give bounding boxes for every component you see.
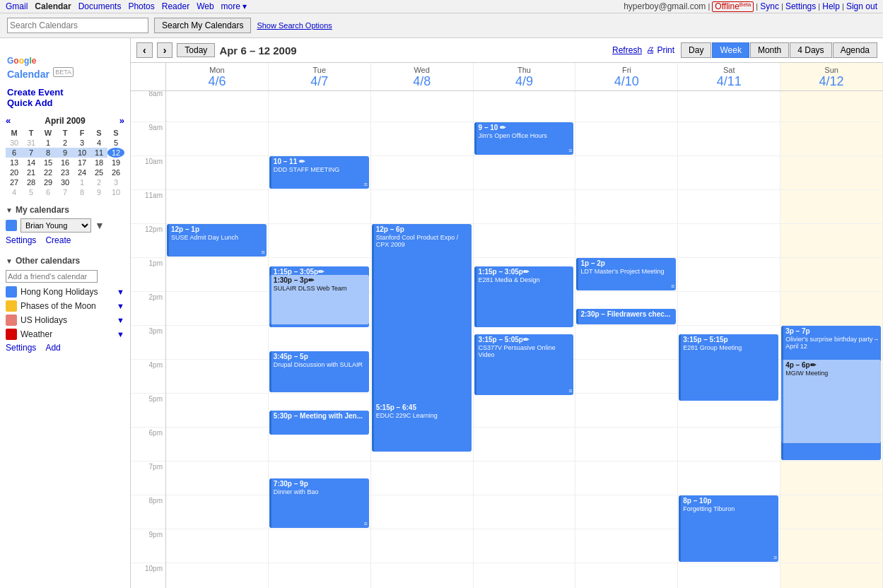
calendar-event[interactable]: 8p – 10pForgetting Tiburon≡ (679, 495, 778, 562)
hour-cell[interactable] (678, 428, 780, 461)
event-expand-icon[interactable]: ≡ (363, 181, 367, 188)
hour-cell[interactable] (474, 88, 575, 122)
my-calendars-header[interactable]: ▼ My calendars (6, 203, 124, 217)
mini-cal-day[interactable]: 3 (107, 177, 124, 187)
event-expand-icon[interactable]: ≡ (262, 249, 265, 256)
hour-cell[interactable] (575, 495, 677, 529)
calendar-event[interactable]: 3:15p – 5:15pE281 Group Meeting (679, 334, 778, 401)
search-input[interactable] (7, 18, 148, 33)
hour-cell[interactable] (780, 495, 882, 529)
mini-cal-day[interactable]: 27 (6, 177, 23, 187)
calendar-event[interactable]: 1:15p – 3:05p✏E281 Media & Design (474, 266, 574, 327)
event-expand-icon[interactable]: ≡ (568, 387, 572, 394)
mini-cal-day[interactable]: 11 (90, 148, 107, 158)
hour-cell[interactable] (474, 394, 575, 428)
refresh-link[interactable]: Refresh (612, 45, 642, 55)
calendar-event[interactable]: 7:30p – 9pDinner with Bao≡ (269, 478, 369, 528)
hour-cell[interactable] (575, 461, 677, 495)
create-event-link[interactable]: Create Event (7, 87, 63, 98)
add-friend-input[interactable] (6, 270, 98, 283)
hour-cell[interactable] (166, 360, 268, 394)
hour-cell[interactable] (678, 156, 780, 190)
calendar-event[interactable]: 5:15p – 6:45EDUC 229C Learning (372, 402, 472, 452)
mini-cal-day[interactable]: 4 (6, 187, 23, 197)
nav-documents[interactable]: Documents (78, 1, 122, 11)
mini-cal-day[interactable]: 1 (74, 177, 90, 187)
sync-link[interactable]: Sync (760, 1, 779, 11)
hour-cell[interactable] (678, 88, 780, 122)
hour-cell[interactable] (166, 563, 268, 588)
hour-cell[interactable] (474, 461, 575, 495)
cal-dropdown-icon[interactable]: ▼ (95, 220, 105, 231)
hour-cell[interactable] (269, 190, 370, 224)
day-header-wed[interactable]: Wed 4/8 (371, 63, 474, 90)
hour-cell[interactable] (166, 88, 268, 122)
hour-cell[interactable] (575, 88, 677, 122)
hour-cell[interactable] (474, 495, 575, 529)
hour-cell[interactable] (575, 529, 677, 563)
mini-cal-day[interactable]: 23 (57, 167, 74, 177)
calendar-event[interactable]: 12p – 6pStanford Cool Product Expo / CPX… (372, 224, 472, 426)
event-expand-icon[interactable]: ≡ (363, 520, 367, 527)
calendar-event[interactable]: 3:15p – 5:05p✏CS377V Persuasive Online V… (474, 334, 574, 395)
hour-cell[interactable] (780, 224, 882, 258)
mini-cal-day[interactable]: 25 (90, 167, 107, 177)
calendar-event[interactable]: 3:45p – 5pDrupal Discussion with SULAIR (269, 351, 369, 392)
mini-cal-day[interactable]: 4 (90, 138, 107, 148)
mini-cal-day[interactable]: 30 (6, 138, 23, 148)
mini-cal-day[interactable]: 28 (23, 177, 40, 187)
mini-cal-day[interactable]: 7 (23, 148, 40, 158)
hour-cell[interactable] (371, 156, 473, 190)
other-cal-add-link[interactable]: Add (45, 343, 60, 353)
mini-cal-day[interactable]: 20 (6, 167, 23, 177)
calendar-event[interactable]: 1:30p – 3p✏SULAIR DLSS Web Team (269, 275, 369, 324)
calendar-event[interactable]: 4p – 6p✏MGIW Meeting (781, 360, 881, 443)
hour-cell[interactable] (166, 122, 268, 156)
print-button[interactable]: 🖨 Print (646, 45, 680, 55)
mini-cal-day[interactable]: 8 (40, 148, 57, 158)
hour-cell[interactable] (575, 122, 677, 156)
day-header-thu[interactable]: Thu 4/9 (474, 63, 576, 90)
my-cal-create-link[interactable]: Create (45, 235, 71, 245)
hour-cell[interactable] (780, 563, 882, 588)
mini-cal-day[interactable]: 2 (57, 138, 74, 148)
view-4days-button[interactable]: 4 Days (790, 42, 831, 58)
hour-cell[interactable] (575, 224, 677, 258)
view-agenda-button[interactable]: Agenda (833, 42, 877, 58)
hour-cell[interactable] (269, 224, 370, 258)
hour-cell[interactable] (371, 495, 473, 529)
hour-cell[interactable] (575, 156, 677, 190)
my-calendar-select[interactable]: Brian Young (21, 218, 91, 233)
event-expand-icon[interactable]: ≡ (773, 554, 777, 561)
hour-cell[interactable] (678, 563, 780, 588)
nav-more[interactable]: more ▾ (221, 1, 247, 11)
mini-cal-day[interactable]: 15 (40, 158, 57, 167)
hour-cell[interactable] (575, 563, 677, 588)
hour-cell[interactable] (166, 428, 268, 461)
mini-cal-day[interactable]: 5 (23, 187, 40, 197)
hour-cell[interactable] (780, 461, 882, 495)
today-button[interactable]: Today (177, 43, 215, 57)
hour-cell[interactable] (575, 190, 677, 224)
mini-cal-day[interactable]: 31 (23, 138, 40, 148)
mini-cal-day[interactable]: 3 (74, 138, 90, 148)
next-week-button[interactable]: › (157, 42, 173, 58)
mini-cal-day[interactable]: 26 (107, 167, 124, 177)
hour-cell[interactable] (269, 122, 370, 156)
nav-gmail[interactable]: Gmail (6, 1, 28, 11)
nav-reader[interactable]: Reader (162, 1, 189, 11)
event-expand-icon[interactable]: ≡ (568, 147, 572, 154)
hour-cell[interactable] (474, 529, 575, 563)
hour-cell[interactable] (371, 88, 473, 122)
day-header-sat[interactable]: Sat 4/11 (678, 63, 780, 90)
hour-cell[interactable] (166, 461, 268, 495)
hour-cell[interactable] (575, 360, 677, 394)
view-month-button[interactable]: Month (750, 42, 789, 58)
mini-cal-prev[interactable]: « (6, 115, 11, 126)
hour-cell[interactable] (678, 461, 780, 495)
hour-cell[interactable] (474, 190, 575, 224)
mini-cal-day[interactable]: 6 (6, 148, 23, 158)
mini-cal-day[interactable]: 19 (107, 158, 124, 167)
calendar-event[interactable]: 10 – 11 ✏DDD STAFF MEETING≡ (269, 156, 369, 189)
my-cal-settings-link[interactable]: Settings (6, 235, 36, 245)
